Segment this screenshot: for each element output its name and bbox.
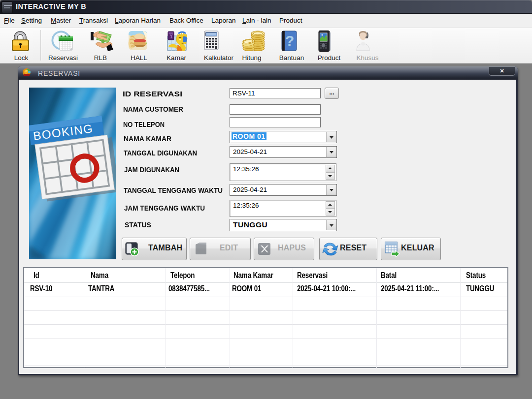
svg-text:?: ? (285, 32, 294, 49)
